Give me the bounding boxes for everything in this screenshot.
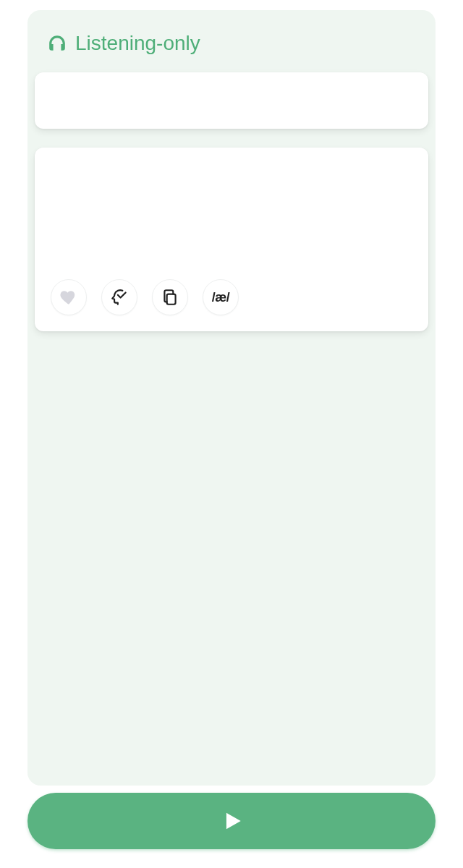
play-icon — [219, 809, 244, 833]
headphones-icon — [48, 34, 67, 53]
favorite-button[interactable] — [51, 279, 87, 315]
play-button[interactable] — [27, 793, 436, 849]
app-frame: Listening-only — [0, 0, 463, 868]
learn-button[interactable] — [101, 279, 137, 315]
ipa-button[interactable]: /æ/ — [203, 279, 239, 315]
svg-rect-0 — [167, 294, 176, 305]
app-surface: Listening-only — [27, 10, 436, 786]
mode-title: Listening-only — [75, 32, 200, 55]
copy-icon — [161, 288, 179, 307]
copy-button[interactable] — [152, 279, 188, 315]
heart-icon — [59, 288, 78, 307]
mode-header: Listening-only — [27, 32, 436, 55]
footer — [27, 786, 436, 849]
head-check-icon — [110, 288, 129, 307]
ipa-label: /æ/ — [212, 290, 230, 305]
card-actions: /æ/ — [51, 279, 239, 315]
answer-card: /æ/ — [35, 148, 428, 331]
prompt-card — [35, 72, 428, 129]
